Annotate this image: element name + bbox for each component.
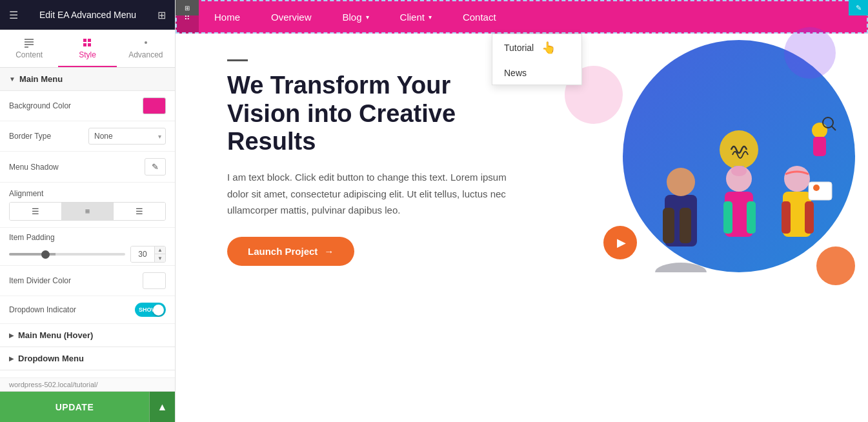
toggle-knob [153,305,164,316]
panel-title: Edit EA Advanced Menu [39,10,136,20]
border-type-label: Border Type [9,132,51,141]
svg-point-4 [145,41,147,44]
svg-point-22 [731,166,747,176]
panel-footer: UPDATE ▲ [0,391,175,422]
menu-shadow-label: Menu Shadow [9,163,59,172]
dropdown-indicator-label: Dropdown Indicator [9,305,76,314]
toggle-wrap: SHOW [135,303,166,317]
preview-area: ⊞ ✎ ⠿ Home Overview Blog ▾ Client ▾ [176,0,868,422]
launch-button-arrow-icon: → [324,246,334,257]
menu-shadow-row: Menu Shadow ✎ [0,152,175,183]
svg-rect-24 [813,137,826,156]
grid-icon[interactable]: ⊞ [157,9,166,21]
number-up-arrow[interactable]: ▲ [155,246,165,254]
client-dropdown-arrow-icon: ▾ [429,14,432,21]
svg-rect-19 [805,201,814,234]
align-left-button[interactable]: ☰ [10,203,62,220]
number-arrows: ▲ ▼ [154,246,165,262]
item-divider-color-label: Item Divider Color [9,276,71,285]
hero-divider [227,59,248,61]
dropdown-item-tutorial[interactable]: Tutorial 👆 [492,34,581,61]
play-button[interactable]: ▶ [603,226,637,259]
dropdown-indicator-row: Dropdown Indicator SHOW [0,296,175,324]
left-panel: ☰ Edit EA Advanced Menu ⊞ Content Style … [0,0,176,422]
cursor-icon: 👆 [541,41,556,55]
top-edit-handle[interactable]: ⊞ [176,0,199,15]
divider-color-swatch[interactable] [143,272,166,289]
nav-item-client[interactable]: Client ▾ [385,0,447,34]
item-padding-row: Item Padding ▲ ▼ [0,228,175,266]
section-main-menu[interactable]: ▼ Main Menu [0,68,175,91]
nav-item-home[interactable]: Home [199,0,256,34]
play-icon: ▶ [617,236,626,250]
svg-point-5 [655,263,707,272]
launch-button[interactable]: Launch Project → [227,237,354,266]
border-type-row: Border Type None Solid Dashed Dotted ▾ [0,121,175,152]
border-type-select[interactable]: None Solid Dashed Dotted [88,128,166,145]
dropdown-menu: Tutorial 👆 News [492,34,582,85]
svg-rect-20 [809,182,832,200]
section-main-menu-hover[interactable]: ▶ Main Menu (Hover) [0,324,175,347]
svg-point-16 [784,166,810,192]
hero-text: We Transform Your Vision into Creative R… [227,59,511,266]
item-divider-color-row: Item Divider Color [0,266,175,296]
update-arrow-button[interactable]: ▲ [149,392,175,422]
padding-slider[interactable] [9,253,125,256]
svg-rect-18 [782,201,791,234]
hover-section-arrow-icon: ▶ [9,332,14,339]
section-title: Main Menu [19,74,63,84]
svg-point-23 [812,123,827,138]
dropdown-section-title: Dropdown Menu [18,354,84,363]
border-type-select-wrap: None Solid Dashed Dotted ▾ [88,128,166,145]
svg-point-14 [720,130,758,169]
section-dropdown-menu[interactable]: ▶ Dropdown Menu [0,347,175,370]
menu-shadow-button[interactable]: ✎ [145,158,166,176]
divider-swatch-wrap [143,272,166,289]
svg-rect-3 [25,46,28,48]
dropdown-section-arrow-icon: ▶ [9,355,14,362]
item-padding-label: Item Padding [9,233,166,242]
align-center-button[interactable]: ≡ [62,203,114,220]
update-button[interactable]: UPDATE [0,392,149,422]
svg-rect-12 [723,201,732,234]
hamburger-icon[interactable]: ☰ [9,9,18,21]
alignment-group: ☰ ≡ ☰ [9,202,166,221]
svg-rect-13 [747,201,756,234]
number-down-arrow[interactable]: ▼ [155,254,165,262]
nav-item-contact[interactable]: Contact [447,0,512,34]
background-color-swatch[interactable] [143,97,166,114]
illustration-svg [629,53,849,272]
launch-button-label: Launch Project [248,246,318,257]
nav-item-overview[interactable]: Overview [256,0,327,34]
svg-point-7 [667,168,695,196]
align-right-button[interactable]: ☰ [114,203,165,220]
dropdown-indicator-toggle[interactable]: SHOW [135,303,166,317]
nav-item-blog[interactable]: Blog ▾ [327,0,385,34]
nav-edit-button[interactable]: ✎ [849,0,868,15]
svg-point-21 [813,185,820,191]
hero-body: I am text block. Click edit button to ch… [227,169,511,219]
dropdown-item-news[interactable]: News [492,61,581,85]
svg-rect-0 [25,39,34,40]
panel-tabs: Content Style Advanced [0,30,175,68]
hover-section-title: Main Menu (Hover) [18,330,93,340]
panel-content: ▼ Main Menu Background Color Border Type… [0,68,175,422]
tab-advanced[interactable]: Advanced [117,30,175,67]
number-input-wrap: ▲ ▼ [130,246,166,263]
svg-line-26 [831,126,836,130]
slider-row: ▲ ▼ [9,246,166,263]
tab-content[interactable]: Content [0,30,58,67]
panel-url: wordpress-502.local/tutorial/ [0,377,175,391]
background-color-row: Background Color [0,91,175,121]
tab-style[interactable]: Style [58,30,116,67]
alignment-label: Alignment [9,189,43,198]
background-color-label: Background Color [9,101,71,110]
padding-number-input[interactable] [131,246,154,262]
blog-dropdown-arrow-icon: ▾ [366,14,369,21]
hero-illustration: ▶ [545,27,855,311]
alignment-row: Alignment ☰ ≡ ☰ [0,183,175,228]
svg-rect-8 [663,208,674,243]
svg-rect-9 [680,208,691,243]
panel-header: ☰ Edit EA Advanced Menu ⊞ [0,0,175,30]
svg-rect-1 [25,41,34,43]
